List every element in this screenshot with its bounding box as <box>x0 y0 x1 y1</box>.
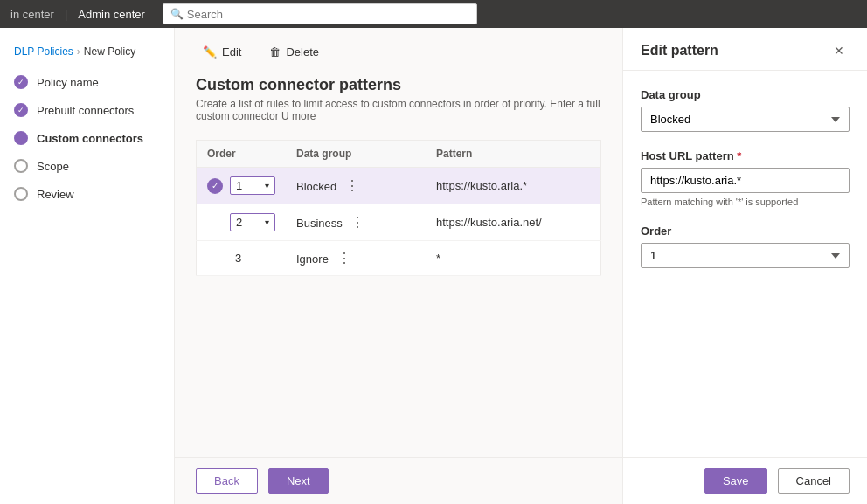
delete-icon: 🗑 <box>269 45 281 59</box>
close-panel-button[interactable]: ✕ <box>829 42 850 59</box>
row3-order-cell: 3 <box>197 241 287 276</box>
row1-order-cell: ✓ 1 ▾ <box>197 168 287 204</box>
order-select-wrapper: 1 2 3 <box>641 243 850 268</box>
breadcrumb-parent[interactable]: DLP Policies <box>14 45 73 58</box>
data-group-label: Data group <box>641 88 850 101</box>
edit-pattern-panel: Edit pattern ✕ Data group Blocked Busine… <box>622 28 867 504</box>
row3-data-group: Ignore ⋮ <box>286 241 426 276</box>
delete-label: Delete <box>286 45 319 59</box>
row1-data-group: Blocked ⋮ <box>286 168 426 204</box>
table-row[interactable]: 2 ▾ Business ⋮ https://kusto.aria.net/ <box>197 204 601 241</box>
row3-pattern: * <box>426 241 601 276</box>
sidebar-label-review: Review <box>37 188 74 201</box>
order-select[interactable]: 1 2 3 <box>641 243 850 268</box>
toolbar: ✏️ Edit 🗑 Delete <box>196 42 601 62</box>
host-url-hint: Pattern matching with '*' is supported <box>641 197 850 207</box>
sidebar-item-prebuilt-connectors[interactable]: Prebuilt connectors <box>0 96 174 124</box>
delete-button[interactable]: 🗑 Delete <box>262 42 326 62</box>
top-navbar: in center | Admin center 🔍 <box>0 0 867 28</box>
sidebar-label-policy-name: Policy name <box>37 76 99 89</box>
breadcrumb-separator: › <box>77 45 80 58</box>
page-description: Create a list of rules to limit access t… <box>196 98 601 122</box>
sidebar-item-policy-name[interactable]: Policy name <box>0 68 174 96</box>
row1-order-wrapper: ✓ 1 ▾ <box>207 176 275 195</box>
row2-order-value: 2 <box>236 216 242 229</box>
host-url-input[interactable] <box>641 168 850 193</box>
row2-order-wrapper: 2 ▾ <box>207 213 275 231</box>
back-button[interactable]: Back <box>196 468 258 494</box>
row3-order-value: 3 <box>230 250 246 266</box>
table-header-row: Order Data group Pattern <box>197 141 601 168</box>
edit-panel-title: Edit pattern <box>641 43 718 59</box>
page-title: Custom connector patterns <box>196 76 601 94</box>
search-box[interactable]: 🔍 <box>163 3 477 24</box>
row1-chevron-icon: ▾ <box>265 181 269 190</box>
nav-dot-custom <box>14 131 28 145</box>
edit-icon: ✏️ <box>203 45 217 59</box>
row1-order-dropdown[interactable]: 1 ▾ <box>230 176 275 195</box>
main-layout: DLP Policies › New Policy Policy name Pr… <box>0 28 867 504</box>
edit-panel-body: Data group Blocked Business Non-Business… <box>623 71 867 457</box>
row3-order-wrapper: 3 <box>207 250 275 266</box>
row2-order-cell: 2 ▾ <box>197 204 287 241</box>
row2-chevron-icon: ▾ <box>265 217 269 227</box>
row1-check-icon: ✓ <box>207 178 223 194</box>
row3-dots-menu[interactable]: ⋮ <box>332 249 357 267</box>
row2-data-group: Business ⋮ <box>286 204 426 241</box>
nav-dot-prebuilt <box>14 103 28 117</box>
edit-button[interactable]: ✏️ Edit <box>196 42 248 62</box>
row3-data-group-value: Ignore <box>296 252 329 266</box>
breadcrumb-current: New Policy <box>84 45 135 58</box>
sidebar-label-scope: Scope <box>37 160 69 173</box>
nav-separator: | <box>65 8 67 21</box>
table-row[interactable]: 3 Ignore ⋮ * <box>197 241 601 276</box>
table-row[interactable]: ✓ 1 ▾ Blocked ⋮ https://kusto.aria.* <box>197 168 601 204</box>
content-inner: ✏️ Edit 🗑 Delete Custom connector patter… <box>175 28 622 290</box>
row1-dots-menu[interactable]: ⋮ <box>340 176 365 195</box>
row1-data-group-value: Blocked <box>296 180 336 193</box>
col-pattern: Pattern <box>426 141 601 168</box>
edit-label: Edit <box>222 45 241 59</box>
nav-dot-policy-name <box>14 75 28 89</box>
search-icon: 🔍 <box>170 8 184 20</box>
data-group-field: Data group Blocked Business Non-Business… <box>641 88 850 132</box>
breadcrumb: DLP Policies › New Policy <box>0 38 174 68</box>
admin-title: Admin center <box>78 8 145 21</box>
data-group-select-wrapper: Blocked Business Non-Business Ignore <box>641 107 850 132</box>
sidebar: DLP Policies › New Policy Policy name Pr… <box>0 28 175 504</box>
host-url-label: Host URL pattern * <box>641 149 850 162</box>
search-input[interactable] <box>187 8 469 21</box>
row2-data-group-value: Business <box>296 217 343 230</box>
next-button[interactable]: Next <box>268 468 329 494</box>
bottom-bar: Back Next <box>175 457 622 504</box>
row1-pattern: https://kusto.aria.* <box>426 168 601 204</box>
col-order: Order <box>197 141 287 168</box>
patterns-table: Order Data group Pattern ✓ 1 <box>196 140 601 276</box>
row2-dots-menu[interactable]: ⋮ <box>345 213 371 231</box>
sidebar-item-review[interactable]: Review <box>0 180 174 208</box>
nav-dot-scope <box>14 159 28 173</box>
nav-dot-review <box>14 187 28 201</box>
required-indicator: * <box>737 149 741 162</box>
row2-pattern: https://kusto.aria.net/ <box>426 204 601 241</box>
sidebar-label-custom: Custom connectors <box>37 132 143 145</box>
col-data-group: Data group <box>286 141 426 168</box>
row2-order-dropdown[interactable]: 2 ▾ <box>230 213 275 231</box>
edit-panel-footer: Save Cancel <box>623 457 867 504</box>
data-group-select[interactable]: Blocked Business Non-Business Ignore <box>641 107 850 132</box>
content-area: ✏️ Edit 🗑 Delete Custom connector patter… <box>175 28 622 504</box>
row1-order-value: 1 <box>236 179 242 192</box>
host-url-field: Host URL pattern * Pattern matching with… <box>641 149 850 207</box>
sidebar-item-scope[interactable]: Scope <box>0 152 174 180</box>
edit-panel-header: Edit pattern ✕ <box>623 28 867 71</box>
app-name: in center <box>10 8 54 21</box>
order-label: Order <box>641 224 850 238</box>
order-field: Order 1 2 3 <box>641 224 850 268</box>
sidebar-label-prebuilt: Prebuilt connectors <box>37 104 134 117</box>
sidebar-item-custom-connectors[interactable]: Custom connectors <box>0 124 174 152</box>
save-button[interactable]: Save <box>704 468 767 494</box>
cancel-button[interactable]: Cancel <box>778 468 850 494</box>
